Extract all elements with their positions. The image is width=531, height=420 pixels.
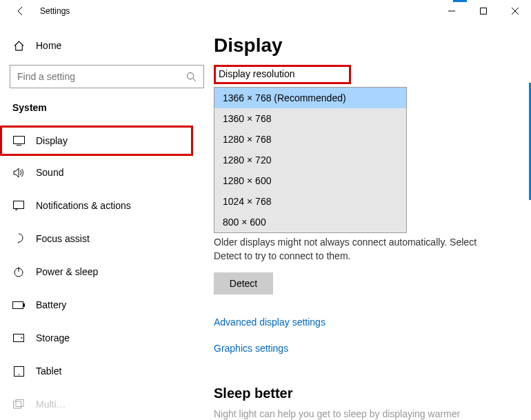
resolution-dropdown[interactable]: 1366 × 768 (Recommended) 1360 × 768 1280… <box>214 87 407 233</box>
resolution-option[interactable]: 1280 × 768 <box>214 129 406 150</box>
resolution-option[interactable]: 1024 × 768 <box>214 191 406 212</box>
sidebar-item-label: Tablet <box>36 366 61 377</box>
sidebar-item-tablet[interactable]: Tablet <box>0 354 214 388</box>
sidebar-item-notifications[interactable]: Notifications & actions <box>0 189 214 222</box>
tablet-icon <box>12 365 25 377</box>
svg-rect-6 <box>13 137 24 144</box>
maximize-button[interactable] <box>468 0 499 22</box>
svg-line-5 <box>193 78 196 81</box>
display-resolution-label: Display resolution <box>216 67 349 82</box>
svg-rect-18 <box>14 401 21 408</box>
sidebar-item-label: Storage <box>36 332 70 343</box>
notifications-icon <box>12 199 25 212</box>
svg-rect-13 <box>23 303 25 307</box>
sidebar-item-storage[interactable]: Storage <box>0 321 214 354</box>
resolution-option[interactable]: 1360 × 768 <box>214 108 406 129</box>
graphics-settings-link[interactable]: Graphics settings <box>214 343 510 354</box>
main-content: Display Display resolution 1366 × 768 (R… <box>214 22 531 420</box>
focus-assist-icon <box>12 232 25 245</box>
sleep-better-body: Night light can help you get to sleep by… <box>214 408 510 419</box>
sidebar-item-power-sleep[interactable]: Power & sleep <box>0 255 214 288</box>
storage-icon <box>12 332 25 344</box>
close-icon <box>512 8 519 14</box>
sidebar-home[interactable]: Home <box>0 30 214 61</box>
sidebar-item-label: Focus assist <box>36 233 90 244</box>
sidebar-item-label: Sound <box>36 167 63 178</box>
sidebar-item-label: Display <box>36 135 68 146</box>
sound-icon <box>12 166 25 179</box>
sleep-better-title: Sleep better <box>214 386 510 401</box>
svg-rect-8 <box>14 201 24 209</box>
sidebar-section-head: System <box>0 95 214 126</box>
search-input-wrap[interactable] <box>10 65 204 88</box>
sidebar-item-focus-assist[interactable]: Focus assist <box>0 222 214 255</box>
resolution-option[interactable]: 1280 × 720 <box>214 150 406 170</box>
sidebar-item-sound[interactable]: Sound <box>0 156 214 189</box>
detect-button[interactable]: Detect <box>214 272 273 294</box>
arrow-left-icon <box>15 6 26 17</box>
subhead-highlight: Display resolution <box>214 65 351 84</box>
resolution-option[interactable]: 800 × 600 <box>214 212 406 232</box>
search-input[interactable] <box>17 71 186 82</box>
home-icon <box>12 39 25 52</box>
multi-icon <box>12 398 25 410</box>
svg-point-17 <box>18 374 19 375</box>
page-title: Display <box>214 34 510 57</box>
back-button[interactable] <box>11 0 30 22</box>
sidebar-item-label: Notifications & actions <box>36 200 131 211</box>
svg-point-15 <box>21 337 23 339</box>
resolution-option[interactable]: 1366 × 768 (Recommended) <box>214 88 406 108</box>
sidebar-home-label: Home <box>36 40 61 51</box>
sidebar: Home System Display Sound Notifications … <box>0 22 214 420</box>
search-icon <box>186 72 197 82</box>
power-icon <box>12 266 25 278</box>
svg-point-4 <box>187 72 193 79</box>
sidebar-item-battery[interactable]: Battery <box>0 288 214 321</box>
detect-description: Older displays might not always connect … <box>214 236 490 263</box>
minimize-button[interactable] <box>436 0 468 22</box>
svg-rect-1 <box>481 8 487 14</box>
svg-rect-12 <box>13 301 23 308</box>
maximize-icon <box>480 8 487 14</box>
minimize-icon <box>448 8 455 14</box>
sidebar-item-label: Battery <box>36 299 66 310</box>
sidebar-item-multi[interactable]: Multi… <box>0 388 214 420</box>
svg-rect-19 <box>16 400 23 407</box>
battery-icon <box>12 299 25 311</box>
display-icon <box>12 134 25 147</box>
sidebar-item-label: Multi… <box>36 399 66 410</box>
window-title: Settings <box>40 6 70 16</box>
resolution-option[interactable]: 1280 × 600 <box>214 170 406 191</box>
advanced-display-link[interactable]: Advanced display settings <box>214 317 510 328</box>
sidebar-item-display[interactable]: Display <box>0 126 193 156</box>
sidebar-item-label: Power & sleep <box>36 266 98 277</box>
close-button[interactable] <box>499 0 531 22</box>
